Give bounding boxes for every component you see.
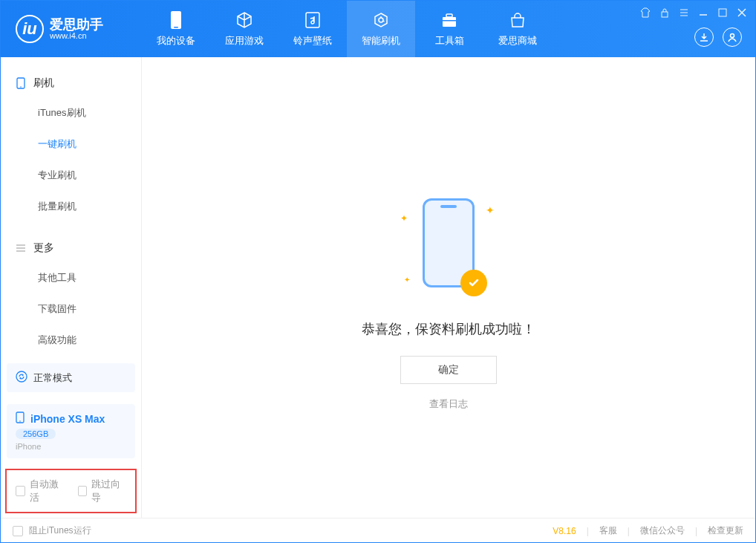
list-icon bbox=[16, 243, 26, 253]
sidebar-item-download-firmware[interactable]: 下载固件 bbox=[1, 293, 141, 325]
nav-tabs: 我的设备 应用游戏 铃声壁纸 智能刷机 工具箱 爱思商城 bbox=[142, 1, 552, 57]
svg-point-13 bbox=[19, 420, 21, 422]
nav-tab-toolbox[interactable]: 工具箱 bbox=[415, 1, 483, 57]
window-controls bbox=[639, 7, 748, 19]
lock-icon[interactable] bbox=[659, 7, 671, 19]
sparkle-icon: ✦ bbox=[404, 276, 410, 284]
device-mode: 正常模式 bbox=[33, 371, 72, 385]
device-info-box[interactable]: iPhone XS Max 256GB iPhone bbox=[7, 404, 135, 458]
sync-icon bbox=[16, 371, 27, 385]
music-icon bbox=[303, 10, 322, 30]
device-capacity: 256GB bbox=[16, 429, 56, 439]
device-mode-box[interactable]: 正常模式 bbox=[7, 363, 135, 392]
checkbox-icon[interactable] bbox=[13, 526, 23, 536]
footer-link-support[interactable]: 客服 bbox=[599, 524, 617, 537]
device-type: iPhone bbox=[16, 442, 126, 451]
footer-link-update[interactable]: 检查更新 bbox=[708, 524, 743, 537]
sparkle-icon: ✦ bbox=[486, 204, 495, 216]
checkbox-highlight-area: 自动激活 跳过向导 bbox=[5, 469, 137, 513]
svg-rect-3 bbox=[443, 17, 456, 27]
sidebar-item-other-tools[interactable]: 其他工具 bbox=[1, 262, 141, 293]
ok-button[interactable]: 确定 bbox=[400, 356, 497, 384]
shirt-icon[interactable] bbox=[639, 7, 651, 19]
svg-rect-5 bbox=[443, 20, 456, 22]
app-name: 爱思助手 bbox=[50, 18, 103, 31]
device-name: iPhone XS Max bbox=[30, 413, 105, 425]
sidebar-item-batch-flash[interactable]: 批量刷机 bbox=[1, 191, 141, 222]
download-icon[interactable] bbox=[694, 27, 714, 47]
refresh-icon bbox=[371, 10, 391, 30]
header: iu 爱思助手 www.i4.cn 我的设备 应用游戏 铃声壁纸 智能刷机 工具… bbox=[1, 1, 755, 57]
sidebar: 刷机 iTunes刷机 一键刷机 专业刷机 批量刷机 更多 其他工具 下载固件 … bbox=[1, 57, 142, 518]
footer: 阻止iTunes运行 V8.16 | 客服 | 微信公众号 | 检查更新 bbox=[1, 518, 755, 543]
menu-icon[interactable] bbox=[678, 7, 690, 19]
check-icon bbox=[460, 270, 487, 296]
svg-rect-7 bbox=[719, 9, 726, 16]
nav-tab-ringtones[interactable]: 铃声壁纸 bbox=[278, 1, 347, 57]
svg-rect-0 bbox=[171, 11, 181, 29]
svg-point-11 bbox=[16, 371, 27, 382]
sidebar-item-pro-flash[interactable]: 专业刷机 bbox=[1, 160, 141, 191]
svg-rect-4 bbox=[446, 14, 452, 17]
minimize-icon[interactable] bbox=[697, 7, 709, 19]
checkbox-skip-wizard[interactable]: 跳过向导 bbox=[78, 478, 127, 504]
footer-link-wechat[interactable]: 微信公众号 bbox=[640, 524, 685, 537]
close-icon[interactable] bbox=[736, 7, 748, 19]
device-icon bbox=[166, 10, 186, 30]
header-actions bbox=[694, 27, 742, 47]
sidebar-group-more: 更多 bbox=[1, 234, 141, 262]
main-content: ✦ ✦ ✦ 恭喜您，保资料刷机成功啦！ 确定 查看日志 bbox=[142, 57, 755, 518]
nav-tab-my-device[interactable]: 我的设备 bbox=[142, 1, 210, 57]
svg-rect-6 bbox=[662, 12, 668, 17]
nav-tab-apps[interactable]: 应用游戏 bbox=[210, 1, 278, 57]
user-icon[interactable] bbox=[723, 27, 742, 47]
sidebar-item-advanced[interactable]: 高级功能 bbox=[1, 325, 141, 356]
maximize-icon[interactable] bbox=[717, 7, 729, 19]
svg-point-10 bbox=[20, 86, 22, 88]
checkbox-auto-activate[interactable]: 自动激活 bbox=[16, 478, 65, 504]
nav-tab-flash[interactable]: 智能刷机 bbox=[347, 1, 415, 57]
checkbox-icon bbox=[78, 486, 88, 496]
svg-point-8 bbox=[731, 34, 734, 38]
success-illustration: ✦ ✦ ✦ bbox=[389, 198, 508, 302]
logo-area: iu 爱思助手 www.i4.cn bbox=[1, 15, 142, 43]
success-message: 恭喜您，保资料刷机成功啦！ bbox=[362, 320, 535, 338]
svg-rect-1 bbox=[174, 27, 178, 28]
logo-icon: iu bbox=[16, 15, 44, 43]
app-url: www.i4.cn bbox=[50, 31, 103, 40]
nav-tab-store[interactable]: 爱思商城 bbox=[483, 1, 552, 57]
checkbox-icon bbox=[16, 486, 25, 496]
svg-rect-2 bbox=[306, 13, 319, 27]
cube-icon bbox=[235, 10, 254, 30]
store-icon bbox=[508, 10, 527, 30]
sidebar-group-flash: 刷机 bbox=[1, 69, 141, 97]
sparkle-icon: ✦ bbox=[400, 213, 408, 224]
view-log-link[interactable]: 查看日志 bbox=[429, 397, 468, 411]
phone-icon bbox=[16, 78, 26, 88]
footer-block-itunes[interactable]: 阻止iTunes运行 bbox=[29, 524, 91, 537]
toolbox-icon bbox=[440, 10, 459, 30]
version-label: V8.16 bbox=[553, 526, 576, 536]
device-phone-icon bbox=[16, 412, 25, 426]
sidebar-item-itunes-flash[interactable]: iTunes刷机 bbox=[1, 97, 141, 129]
sidebar-item-onekey-flash[interactable]: 一键刷机 bbox=[1, 129, 141, 160]
